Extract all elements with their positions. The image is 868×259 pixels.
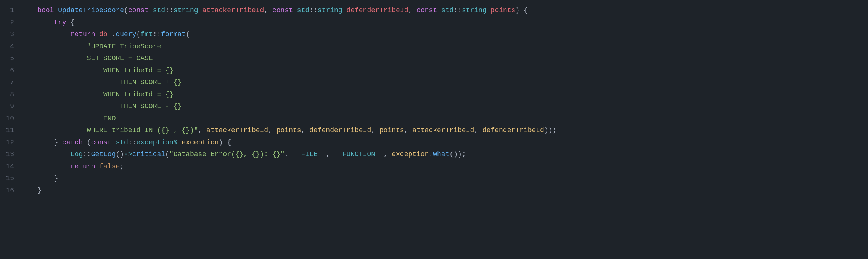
token: SET SCORE = CASE bbox=[87, 54, 157, 62]
line-number: 13 bbox=[0, 149, 21, 161]
token: ) { bbox=[219, 139, 231, 146]
token: string bbox=[462, 6, 487, 14]
token: } bbox=[37, 187, 42, 194]
token: string bbox=[174, 6, 198, 14]
token: string bbox=[318, 6, 342, 14]
code-line[interactable]: 8 WHEN tribeId = {} bbox=[0, 89, 868, 101]
token: std bbox=[153, 6, 165, 14]
token: std bbox=[441, 6, 453, 14]
code-line[interactable]: 15 } bbox=[0, 173, 868, 185]
token: :: bbox=[309, 6, 318, 14]
token: defenderTribeId bbox=[346, 6, 408, 14]
token: THEN SCORE + {} bbox=[120, 78, 186, 86]
token: std bbox=[297, 6, 309, 14]
line-code[interactable]: "UPDATE TribeScore bbox=[21, 41, 868, 53]
token: } bbox=[54, 174, 58, 182]
token: attackerTribeId bbox=[412, 126, 474, 134]
token: exception bbox=[137, 139, 174, 146]
code-line[interactable]: 3 return db_.query(fmt::format( bbox=[0, 29, 868, 41]
token: , bbox=[371, 126, 379, 134]
token: , bbox=[384, 150, 392, 158]
line-code[interactable]: } catch (const std::exception& exception… bbox=[21, 137, 868, 149]
token: critical bbox=[132, 150, 165, 158]
line-code[interactable]: WHEN tribeId = {} bbox=[21, 89, 868, 101]
line-number: 8 bbox=[0, 89, 21, 101]
code-line[interactable]: 6 WHEN tribeId = {} bbox=[0, 65, 868, 77]
token: . bbox=[112, 30, 116, 38]
code-line[interactable]: 16 } bbox=[0, 185, 868, 197]
code-line[interactable]: 5 SET SCORE = CASE bbox=[0, 53, 868, 65]
line-code[interactable]: WHERE tribeId IN ({} , {})", attackerTri… bbox=[21, 125, 868, 137]
code-line[interactable]: 2 try { bbox=[0, 17, 868, 29]
token: points bbox=[276, 126, 301, 134]
token: query bbox=[116, 30, 136, 38]
token: std bbox=[116, 139, 128, 146]
token: const bbox=[272, 6, 293, 14]
token: { bbox=[66, 19, 75, 26]
line-code[interactable]: WHEN tribeId = {} bbox=[21, 65, 868, 77]
line-code[interactable]: bool UpdateTribeScore(const std::string … bbox=[21, 5, 868, 17]
code-editor[interactable]: 1 bool UpdateTribeScore(const std::strin… bbox=[0, 5, 868, 197]
token: format bbox=[161, 30, 186, 38]
token: db_ bbox=[99, 30, 111, 38]
code-line[interactable]: 1 bool UpdateTribeScore(const std::strin… bbox=[0, 5, 868, 17]
code-line[interactable]: 4 "UPDATE TribeScore bbox=[0, 41, 868, 53]
token: -> bbox=[124, 150, 132, 158]
line-code[interactable]: } bbox=[21, 173, 868, 185]
token: , bbox=[301, 126, 310, 134]
token: , bbox=[264, 6, 272, 14]
token: exception bbox=[182, 139, 219, 146]
code-line[interactable]: 7 THEN SCORE + {} bbox=[0, 77, 868, 89]
token: , bbox=[408, 6, 417, 14]
code-line[interactable]: 11 WHERE tribeId IN ({} , {})", attacker… bbox=[0, 125, 868, 137]
code-line[interactable]: 14 return false; bbox=[0, 161, 868, 173]
line-code[interactable]: return false; bbox=[21, 161, 868, 173]
token: const bbox=[416, 6, 437, 14]
token: , bbox=[268, 126, 276, 134]
token: "Database Error({}, {}): {}" bbox=[169, 150, 285, 158]
code-line[interactable]: 12 } catch (const std::exception& except… bbox=[0, 137, 868, 149]
token: , bbox=[404, 126, 413, 134]
token: ; bbox=[120, 163, 124, 170]
line-code[interactable]: Log::GetLog()->critical("Database Error(… bbox=[21, 149, 868, 161]
code-line[interactable]: 9 THEN SCORE - {} bbox=[0, 101, 868, 113]
line-code[interactable]: SET SCORE = CASE bbox=[21, 53, 868, 65]
token: exception bbox=[392, 150, 429, 158]
line-number: 11 bbox=[0, 125, 21, 137]
token: UpdateTribeScore bbox=[58, 6, 124, 14]
line-number: 9 bbox=[0, 101, 21, 113]
line-code[interactable]: END bbox=[21, 113, 868, 125]
token: , bbox=[285, 150, 293, 158]
token: points bbox=[379, 126, 404, 134]
line-number: 12 bbox=[0, 137, 21, 149]
line-code[interactable]: try { bbox=[21, 17, 868, 29]
token: )); bbox=[544, 126, 556, 134]
token: __FILE__ bbox=[293, 150, 326, 158]
line-number: 3 bbox=[0, 29, 21, 41]
token: defenderTribeId bbox=[309, 126, 371, 134]
token: } bbox=[54, 139, 62, 146]
token: () bbox=[116, 150, 124, 158]
token: , bbox=[326, 150, 334, 158]
token: points bbox=[491, 6, 516, 14]
line-code[interactable]: THEN SCORE + {} bbox=[21, 77, 868, 89]
token: WHEN tribeId = {} bbox=[103, 67, 177, 74]
line-code[interactable]: } bbox=[21, 185, 868, 197]
token: what bbox=[433, 150, 449, 158]
token: ( bbox=[83, 139, 91, 146]
token: attackerTribeId bbox=[202, 6, 264, 14]
code-line[interactable]: 10 END bbox=[0, 113, 868, 125]
token: defenderTribeId bbox=[482, 126, 544, 134]
token: return bbox=[71, 30, 95, 38]
token: :: bbox=[453, 6, 462, 14]
token: ( bbox=[165, 150, 169, 158]
token: WHERE tribeId IN ({} , {})" bbox=[87, 126, 198, 134]
line-code[interactable]: return db_.query(fmt::format( bbox=[21, 29, 868, 41]
token: :: bbox=[83, 150, 91, 158]
line-number: 16 bbox=[0, 185, 21, 197]
line-number: 5 bbox=[0, 53, 21, 65]
line-number: 7 bbox=[0, 77, 21, 89]
code-line[interactable]: 13 Log::GetLog()->critical("Database Err… bbox=[0, 149, 868, 161]
token: false bbox=[99, 163, 120, 170]
line-code[interactable]: THEN SCORE - {} bbox=[21, 101, 868, 113]
